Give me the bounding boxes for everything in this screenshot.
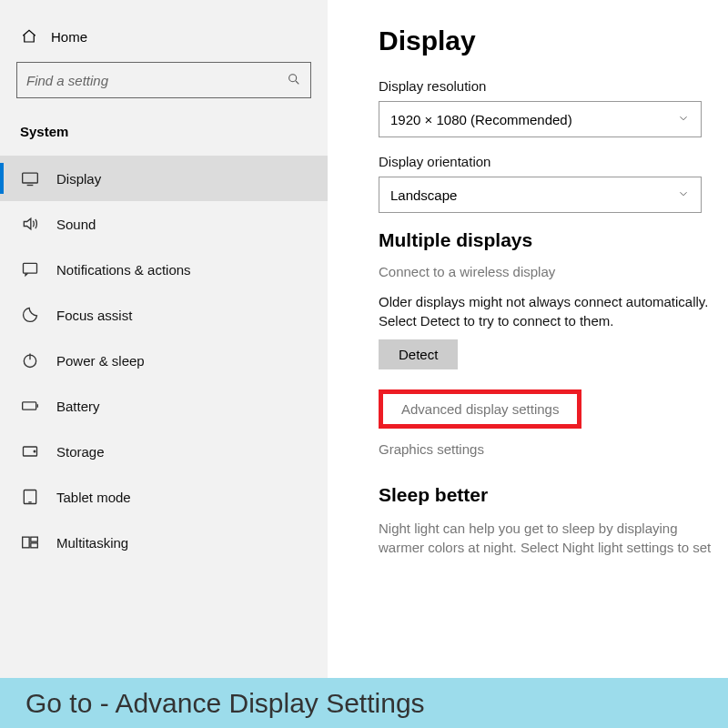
svg-rect-4: [23, 402, 36, 410]
multitasking-icon: [20, 532, 40, 552]
orientation-dropdown[interactable]: Landscape: [379, 177, 702, 213]
instruction-banner-text: Go to - Advance Display Settings: [25, 688, 425, 719]
resolution-dropdown[interactable]: 1920 × 1080 (Recommended): [379, 101, 702, 137]
sidebar-item-label: Multitasking: [56, 535, 128, 551]
sidebar-item-label: Tablet mode: [56, 490, 131, 505]
advanced-display-settings-link[interactable]: Advanced display settings: [379, 389, 581, 429]
orientation-label: Display orientation: [379, 154, 719, 169]
battery-icon: [20, 396, 40, 416]
sidebar-home[interactable]: Home: [0, 18, 328, 58]
storage-icon: [20, 441, 40, 461]
svg-point-0: [289, 74, 297, 81]
svg-point-6: [34, 450, 35, 452]
search-input-wrap[interactable]: [16, 62, 311, 98]
svg-rect-10: [31, 543, 38, 548]
sidebar-item-sound[interactable]: Sound: [0, 201, 328, 247]
sleep-better-text: Night light can help you get to sleep by…: [379, 519, 719, 557]
wireless-display-link[interactable]: Connect to a wireless display: [379, 264, 719, 279]
sidebar-item-battery[interactable]: Battery: [0, 383, 328, 429]
svg-rect-9: [31, 537, 38, 541]
display-icon: [20, 168, 40, 188]
sidebar-nav: Display Sound Notifications & actions Fo…: [0, 156, 328, 565]
tablet-icon: [20, 487, 40, 507]
page-title: Display: [379, 25, 719, 56]
sidebar-item-label: Battery: [56, 399, 100, 414]
search-input[interactable]: [26, 73, 287, 88]
sleep-better-heading: Sleep better: [379, 484, 719, 506]
sidebar-item-display[interactable]: Display: [0, 156, 328, 201]
multiple-displays-heading: Multiple displays: [379, 229, 719, 251]
orientation-value: Landscape: [390, 187, 457, 203]
notifications-icon: [20, 259, 40, 279]
svg-rect-8: [23, 537, 30, 548]
search-icon: [287, 72, 301, 89]
older-displays-text: Older displays might not always connect …: [379, 292, 719, 330]
resolution-value: 1920 × 1080 (Recommended): [390, 112, 572, 127]
sidebar-item-notifications[interactable]: Notifications & actions: [0, 247, 328, 292]
svg-rect-1: [23, 173, 38, 183]
sidebar-item-label: Sound: [56, 217, 96, 232]
sidebar-section-label: System: [0, 115, 328, 156]
sidebar: Home System Display Sound: [0, 0, 328, 678]
home-icon: [20, 27, 38, 46]
sidebar-item-focus-assist[interactable]: Focus assist: [0, 292, 328, 338]
sidebar-item-tablet-mode[interactable]: Tablet mode: [0, 474, 328, 520]
sidebar-item-label: Display: [56, 171, 101, 187]
detect-button[interactable]: Detect: [379, 339, 458, 369]
sidebar-item-multitasking[interactable]: Multitasking: [0, 520, 328, 565]
sidebar-item-label: Focus assist: [56, 308, 132, 323]
sidebar-item-power-sleep[interactable]: Power & sleep: [0, 338, 328, 383]
sidebar-home-label: Home: [51, 29, 87, 45]
sidebar-item-storage[interactable]: Storage: [0, 429, 328, 474]
chevron-down-icon: [677, 187, 690, 203]
power-icon: [20, 350, 40, 370]
sound-icon: [20, 214, 40, 234]
sidebar-item-label: Notifications & actions: [56, 262, 191, 278]
instruction-banner: Go to - Advance Display Settings: [0, 678, 728, 728]
main-content: Display Display resolution 1920 × 1080 (…: [328, 0, 728, 678]
svg-rect-2: [24, 263, 37, 273]
resolution-label: Display resolution: [379, 78, 719, 94]
sidebar-item-label: Power & sleep: [56, 353, 145, 369]
graphics-settings-link[interactable]: Graphics settings: [379, 441, 719, 457]
focus-assist-icon: [20, 305, 40, 325]
sidebar-item-label: Storage: [56, 444, 105, 460]
chevron-down-icon: [677, 112, 690, 127]
